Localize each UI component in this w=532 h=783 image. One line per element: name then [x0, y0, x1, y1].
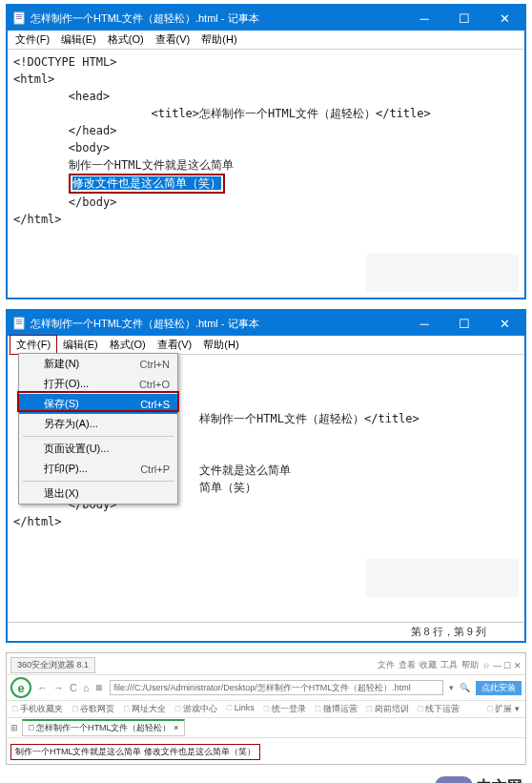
menu-label: 打印(P)... — [44, 462, 88, 476]
flash-install-button[interactable]: 点此安装 — [476, 681, 522, 695]
svg-rect-7 — [16, 323, 22, 324]
titlebar[interactable]: 怎样制作一个HTML文件（超轻松）.html - 记事本 ─ ☐ ✕ — [8, 6, 524, 31]
menu-shortcut: Ctrl+S — [140, 399, 170, 410]
reload-button[interactable]: C — [70, 682, 77, 693]
highlight-box: 修改文件也是这么简单（笑） — [69, 174, 225, 194]
code-line: </body> — [13, 194, 519, 211]
menu-shortcut: Ctrl+P — [140, 464, 170, 475]
menu-label: 保存(S) — [44, 397, 79, 411]
code-line: </html> — [13, 513, 519, 530]
browser-page-body: 制作一个HTML文件就是这么简单 修改文件也是这么简单（笑） — [7, 738, 525, 764]
search-icon[interactable]: 🔍 — [460, 683, 470, 692]
menu-open[interactable]: 打开(O)...Ctrl+O — [19, 374, 177, 394]
menu-label: 新建(N) — [44, 357, 79, 371]
forward-button[interactable]: → — [53, 682, 64, 693]
tool-view[interactable]: 查看 — [399, 659, 416, 671]
svg-rect-2 — [16, 16, 22, 17]
bookmark-item[interactable]: 手机收藏夹 — [12, 703, 63, 715]
bookmark-item[interactable]: 线下运营 — [419, 703, 460, 715]
menu-help[interactable]: 帮助(H) — [197, 336, 244, 354]
titlebar[interactable]: 怎样制作一个HTML文件（超轻松）.html - 记事本 ─ ☐ ✕ — [8, 311, 524, 336]
svg-rect-1 — [16, 14, 22, 15]
notepad-icon — [11, 10, 27, 26]
notepad-window-2: 怎样制作一个HTML文件（超轻松）.html - 记事本 ─ ☐ ✕ 文件(F)… — [6, 309, 526, 643]
code-line: </html> — [13, 211, 519, 228]
menu-pagesetup[interactable]: 页面设置(U)... — [19, 439, 177, 459]
menu-view[interactable]: 查看(V) — [152, 336, 198, 354]
menu-label: 页面设置(U)... — [44, 442, 109, 456]
bookmark-item[interactable]: Links — [227, 703, 255, 715]
menu-new[interactable]: 新建(N)Ctrl+N — [19, 354, 177, 374]
code-line: 制作一个HTML文件就是这么简单 — [13, 156, 519, 174]
bookmark-item[interactable]: 游戏中心 — [175, 703, 217, 715]
svg-rect-6 — [16, 321, 22, 322]
code-line: <title>怎样制作一个HTML文件（超轻松）</title> — [13, 105, 519, 122]
file-icon: 🗎 — [95, 683, 104, 692]
bookmark-item[interactable]: 谷歌网页 — [72, 703, 114, 715]
window-controls[interactable]: ☆ — ☐ ✕ — [482, 661, 522, 670]
browser-logo-icon[interactable]: e — [10, 677, 31, 698]
page-tab[interactable]: □ 怎样制作一个HTML文件（超轻松） × — [22, 719, 185, 736]
selected-text: 修改文件也是这么简单（笑） — [72, 176, 221, 190]
tool-tool[interactable]: 工具 — [440, 659, 458, 671]
close-button[interactable]: ✕ — [484, 311, 524, 336]
browser-tab[interactable]: 360安全浏览器 8.1 — [10, 657, 95, 673]
menu-shortcut: Ctrl+N — [140, 359, 170, 370]
back-button[interactable]: ← — [37, 682, 48, 693]
dropdown-icon[interactable]: ▾ — [449, 683, 454, 692]
menu-format[interactable]: 格式(O) — [102, 31, 150, 49]
close-button[interactable]: ✕ — [484, 6, 524, 31]
minimize-button[interactable]: ─ — [404, 6, 444, 31]
logo-text: 中文网 — [477, 777, 522, 783]
footer-logo: php 中文网 — [0, 771, 532, 783]
menu-shortcut: Ctrl+O — [139, 379, 170, 390]
menu-save[interactable]: 保存(S)Ctrl+S — [19, 394, 177, 414]
bookmark-item[interactable]: 岗前培训 — [367, 703, 409, 715]
menu-edit[interactable]: 编辑(E) — [55, 31, 102, 49]
bookmarks-bar: 手机收藏夹 谷歌网页 网址大全 游戏中心 Links 统一登录 微博运营 岗前培… — [7, 701, 525, 718]
menu-format[interactable]: 格式(O) — [104, 336, 152, 354]
minimize-button[interactable]: ─ — [404, 311, 444, 336]
code-line: <head> — [13, 88, 519, 105]
watermark-blur — [366, 254, 519, 292]
address-bar: e ← → C ⌂ 🗎 file:///C:/Users/Administrat… — [7, 674, 525, 701]
php-badge-icon: php — [435, 776, 473, 783]
window-buttons: ─ ☐ ✕ — [404, 311, 524, 336]
bookmark-item[interactable]: 统一登录 — [264, 703, 306, 715]
tabstrip: ⊞ □ 怎样制作一个HTML文件（超轻松） × — [7, 718, 525, 738]
file-dropdown: 新建(N)Ctrl+N 打开(O)...Ctrl+O 保存(S)Ctrl+S 另… — [18, 353, 178, 505]
page-text-highlight: 制作一个HTML文件就是这么简单 修改文件也是这么简单（笑） — [10, 744, 260, 760]
menu-view[interactable]: 查看(V) — [150, 31, 196, 49]
menu-print[interactable]: 打印(P)...Ctrl+P — [19, 459, 177, 479]
code-line: 修改文件也是这么简单（笑） — [13, 174, 519, 194]
menu-saveas[interactable]: 另存为(A)... — [19, 414, 177, 434]
code-line: <body> — [13, 139, 519, 156]
bookmark-more[interactable]: 扩展 ▾ — [488, 703, 520, 715]
bookmark-item[interactable]: 网址大全 — [124, 703, 166, 715]
menu-edit[interactable]: 编辑(E) — [57, 336, 104, 354]
code-line: <!DOCTYPE HTML> — [13, 53, 519, 71]
tool-help[interactable]: 帮助 — [461, 659, 479, 671]
menu-exit[interactable]: 退出(X) — [19, 484, 177, 504]
tool-fav[interactable]: 收藏 — [419, 659, 437, 671]
tool-file[interactable]: 文件 — [378, 659, 395, 671]
menu-label: 打开(O)... — [44, 377, 89, 391]
menu-help[interactable]: 帮助(H) — [195, 31, 242, 49]
bookmark-item[interactable]: 微博运营 — [316, 703, 358, 715]
menubar: 文件(F) 编辑(E) 格式(O) 查看(V) 帮助(H) — [8, 336, 524, 355]
svg-rect-5 — [16, 319, 22, 320]
statusbar: 第 8 行，第 9 列 — [8, 622, 524, 641]
menubar: 文件(F) 编辑(E) 格式(O) 查看(V) 帮助(H) — [8, 31, 524, 50]
maximize-button[interactable]: ☐ — [444, 311, 484, 336]
home-button[interactable]: ⌂ — [83, 682, 90, 693]
browser-header: 360安全浏览器 8.1 文件 查看 收藏 工具 帮助 ☆ — ☐ ✕ — [7, 656, 525, 674]
editor-content[interactable]: <!DOCTYPE HTML> <html> <head> <title>怎样制… — [8, 50, 524, 298]
maximize-button[interactable]: ☐ — [444, 6, 484, 31]
menu-file[interactable]: 文件(F) — [10, 335, 57, 355]
menu-file[interactable]: 文件(F) — [10, 31, 55, 49]
code-line: </head> — [13, 122, 519, 139]
cursor-position: 第 8 行，第 9 列 — [411, 625, 486, 639]
url-input[interactable]: file:///C:/Users/Administrator/Desktop/怎… — [110, 680, 443, 695]
grid-icon[interactable]: ⊞ — [10, 723, 18, 732]
notepad-icon — [11, 316, 27, 331]
